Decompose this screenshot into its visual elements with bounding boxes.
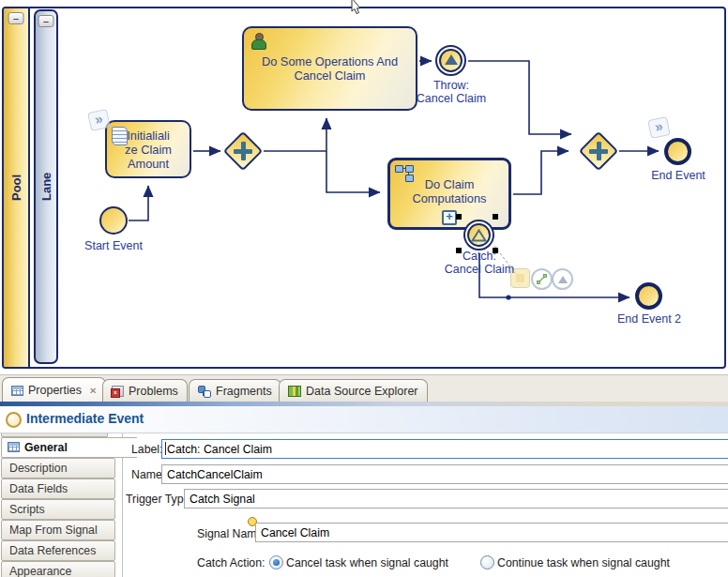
- label-input[interactable]: [161, 439, 728, 459]
- quick-connect-icon[interactable]: »: [87, 109, 111, 131]
- catch-signal-event-node[interactable]: [463, 220, 494, 251]
- pool-label: Pool: [4, 8, 28, 367]
- throw-signal-event-node[interactable]: [435, 45, 466, 76]
- subprocess-marker-icon: [395, 164, 413, 181]
- sidebar-item-general[interactable]: General: [1, 437, 138, 458]
- end-event-node[interactable]: [664, 138, 691, 165]
- subprocess-expand-icon[interactable]: +: [442, 210, 457, 225]
- task-text-line: Computations: [413, 191, 487, 205]
- end-event-label: End Event: [641, 169, 716, 182]
- task-do-some-operations[interactable]: Do Some Operations And Cancel Claim: [242, 26, 417, 111]
- radio-continue-task-label: Continue task when signal caught: [497, 556, 670, 569]
- data-source-explorer-icon: [288, 386, 301, 397]
- selection-handle[interactable]: [493, 214, 498, 220]
- name-input[interactable]: [161, 464, 728, 484]
- parallel-gateway-1[interactable]: [227, 135, 259, 167]
- signal-name-input[interactable]: [255, 523, 728, 542]
- end-event-2-label: End Event 2: [607, 312, 691, 326]
- task-initialize-claim-amount[interactable]: Initialiali ze Claim Amount: [105, 120, 191, 178]
- catch-action-label: Catch Action:: [197, 556, 265, 569]
- selection-handle[interactable]: [493, 248, 498, 253]
- user-task-icon: [250, 33, 266, 50]
- properties-view-title: Intermediate Event: [26, 411, 144, 426]
- properties-content: General Description Data Fields Scripts …: [0, 433, 728, 577]
- general-tab-icon: [8, 442, 20, 452]
- mouse-cursor: [347, 0, 366, 17]
- radio-cancel-task[interactable]: [269, 555, 283, 569]
- close-icon[interactable]: ✕: [89, 386, 97, 396]
- sidebar-item-map-from-signal[interactable]: Map From Signal: [1, 520, 115, 540]
- tab-fragments[interactable]: Fragments: [189, 379, 281, 402]
- text-caret: [165, 442, 166, 455]
- lane-header[interactable]: − Lane: [34, 9, 58, 364]
- tab-problems[interactable]: x Problems: [102, 379, 188, 402]
- sidebar-item-description[interactable]: Description: [1, 458, 115, 478]
- problems-icon: x: [112, 386, 124, 397]
- start-event-node[interactable]: [99, 206, 128, 235]
- sidebar-item-data-references[interactable]: Data References: [1, 540, 115, 561]
- label-field-label: Label:: [131, 443, 163, 456]
- throw-event-label: Throw: Cancel Claim: [403, 79, 499, 105]
- palette-event-icon[interactable]: [552, 268, 573, 290]
- view-tab-bar: Properties ✕ x Problems Fragments Data S…: [0, 374, 728, 402]
- radio-cancel-task-label: Cancel task when signal caught: [286, 556, 448, 569]
- pool-header[interactable]: − Pool: [4, 8, 30, 367]
- task-text-line: ze Claim: [125, 143, 172, 157]
- tab-data-source-explorer[interactable]: Data Source Explorer: [279, 379, 428, 402]
- trigger-type-label: Trigger Type:: [126, 493, 193, 506]
- end-event-2-node[interactable]: [635, 282, 662, 310]
- properties-icon: [11, 386, 23, 396]
- task-text-line: Do Claim: [413, 177, 487, 191]
- task-text-line: Initialiali: [125, 129, 172, 143]
- diagram-canvas[interactable]: − Pool − Lane: [0, 0, 728, 374]
- signal-catch-icon: [467, 223, 491, 247]
- lane-label: Lane: [36, 11, 56, 362]
- catch-event-label: Catch: Cancel Claim: [432, 250, 526, 276]
- signal-throw-icon: [439, 49, 463, 72]
- quick-connect-icon[interactable]: »: [647, 116, 671, 139]
- tab-properties[interactable]: Properties ✕: [2, 377, 106, 402]
- selection-handle[interactable]: [456, 248, 462, 253]
- palette-connection-icon[interactable]: [531, 268, 553, 290]
- sidebar-item-data-fields[interactable]: Data Fields: [1, 478, 115, 499]
- start-event-label: Start Event: [71, 239, 156, 252]
- parallel-gateway-2[interactable]: [583, 135, 614, 167]
- fragments-icon: [198, 386, 211, 398]
- sidebar-item-appearance[interactable]: Appearance: [1, 561, 115, 577]
- radio-continue-task[interactable]: [480, 555, 494, 569]
- bpmn-editor-window: − Pool − Lane: [0, 0, 728, 577]
- intermediate-event-icon: [6, 412, 22, 428]
- script-task-icon: [112, 127, 128, 145]
- name-field-label: Name:: [131, 468, 165, 481]
- trigger-type-combo[interactable]: [184, 489, 728, 509]
- task-text-line: Cancel Claim: [262, 68, 398, 83]
- selection-handle[interactable]: [456, 214, 462, 220]
- properties-view-header: Intermediate Event: [0, 406, 728, 433]
- task-text-line: Do Some Operations And: [262, 54, 398, 68]
- sidebar-item-scripts[interactable]: Scripts: [1, 499, 115, 520]
- task-text-line: Amount: [125, 157, 172, 171]
